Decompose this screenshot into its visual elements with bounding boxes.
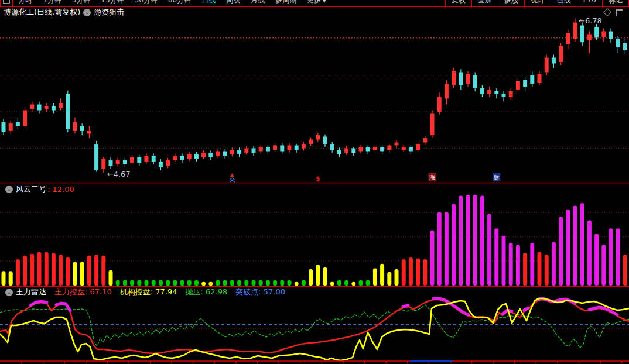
metric-jigou: 机构控盘: 77.94 xyxy=(120,287,177,297)
tab-more[interactable]: 更多▼ xyxy=(307,0,326,5)
chevron-down-icon: ▼ xyxy=(322,0,326,4)
draw-line-button[interactable]: 画线 xyxy=(551,0,577,6)
tab-60min[interactable]: 60分钟 xyxy=(168,0,191,5)
f10-button[interactable]: F10 xyxy=(577,0,602,6)
toolbar-right: 复权 叠加 多股 统计 画线 F10 标记 xyxy=(445,0,629,6)
svg-text:财: 财 xyxy=(494,174,500,181)
tab-monthly[interactable]: 月线 xyxy=(251,0,265,5)
strategy-name: 游资狙击 xyxy=(94,7,124,18)
chevron-down-icon[interactable]: ⌄ xyxy=(5,186,13,193)
svg-text:$: $ xyxy=(316,175,320,183)
fengyun-panel-header: ⌄ 风云二号 : 12.00 xyxy=(2,184,74,194)
mark-button[interactable]: 标记 xyxy=(602,0,629,6)
svg-text:涨: 涨 xyxy=(429,174,435,181)
indicator-title: 主力雷达 xyxy=(16,287,46,297)
tab-30min[interactable]: 30分钟 xyxy=(135,0,158,5)
svg-text:←4.67: ←4.67 xyxy=(107,170,131,178)
multi-stock-button[interactable]: 多股 xyxy=(498,0,524,6)
metric-tupodian: 突破点: 57.00 xyxy=(235,287,285,297)
tab-fenshi[interactable]: 分时 xyxy=(18,0,32,5)
chevron-down-icon[interactable]: ⌄ xyxy=(83,9,91,16)
tab-5min[interactable]: 5分钟 xyxy=(72,0,91,5)
tab-weekly[interactable]: 周线 xyxy=(226,0,240,5)
radar-panel-header: ⌄ 主力雷达 主力控盘: 67.10 机构控盘: 77.94 抛压: 62.98… xyxy=(2,287,285,297)
chart-canvas: ←6.78←4.67$涨财 xyxy=(0,0,629,364)
diamond-icon[interactable] xyxy=(603,8,611,16)
maximize-icon[interactable] xyxy=(616,9,623,16)
tab-multi-period[interactable]: 多周期 xyxy=(275,0,296,5)
stats-button[interactable]: 统计 xyxy=(524,0,551,6)
fuquan-button[interactable]: 复权 xyxy=(445,0,471,6)
overlay-button[interactable]: 叠加 xyxy=(471,0,498,6)
layout-grid-icon[interactable] xyxy=(0,0,13,6)
title-bar: 博源化工(日线.前复权) ⌄ 游资狙击 xyxy=(0,6,629,18)
tab-15min[interactable]: 15分钟 xyxy=(101,0,124,5)
chevron-down-icon[interactable]: ⌄ xyxy=(5,289,13,296)
indicator-title: 风云二号 xyxy=(16,184,46,194)
indicator-value: : 12.00 xyxy=(47,185,74,194)
tab-daily[interactable]: 日线 xyxy=(201,0,216,5)
top-menu-bar: 分时 1分钟 5分钟 15分钟 30分钟 60分钟 日线 周线 月线 多周期 更… xyxy=(0,0,629,7)
stock-title: 博源化工(日线.前复权) xyxy=(4,7,80,18)
metric-zhuli: 主力控盘: 67.10 xyxy=(54,287,112,297)
metric-paoya: 抛压: 62.98 xyxy=(186,287,228,297)
tab-1min[interactable]: 1分钟 xyxy=(43,0,61,5)
app-window: ←6.78←4.67$涨财 分时 1分钟 5分钟 15分钟 30分钟 60分钟 … xyxy=(0,0,629,364)
